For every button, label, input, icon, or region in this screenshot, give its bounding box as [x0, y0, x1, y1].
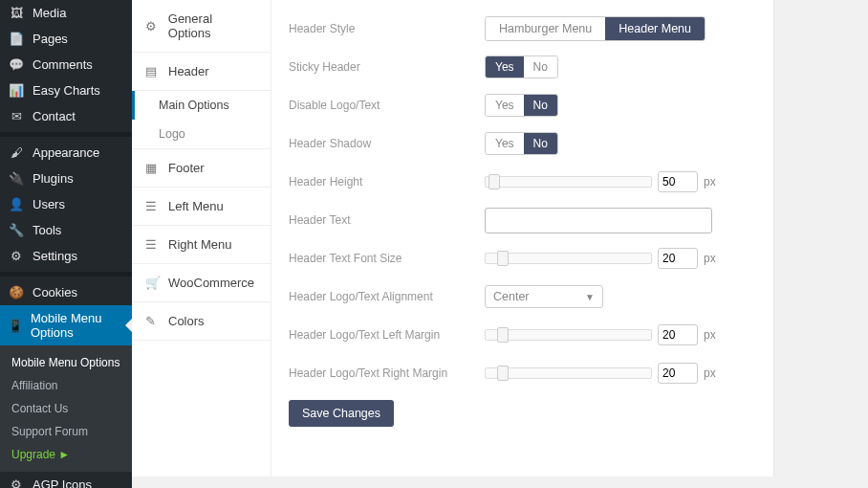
caret-down-icon: ▼	[585, 292, 595, 302]
submenu-head[interactable]: Mobile Menu Options	[0, 351, 132, 374]
plug-icon: 🔌	[8, 171, 25, 186]
field-label: Sticky Header	[289, 60, 485, 74]
opt-yes[interactable]: Yes	[486, 95, 524, 116]
tab-right-menu[interactable]: ☰Right Menu	[132, 226, 271, 264]
sidebar-item-label: Comments	[33, 57, 93, 72]
field-label: Header Height	[289, 175, 485, 189]
unit-label: px	[704, 252, 716, 265]
sidebar-item-users[interactable]: 👤Users	[0, 191, 132, 217]
sidebar-item-tools[interactable]: 🔧Tools	[0, 217, 132, 243]
field-label: Header Logo/Text Alignment	[289, 290, 485, 303]
sidebar-item-label: Settings	[33, 249, 77, 263]
sidebar-item-cookies[interactable]: 🍪Cookies	[0, 279, 132, 305]
slider-thumb[interactable]	[488, 174, 500, 189]
sidebar-item-label: Easy Charts	[33, 83, 100, 98]
sidebar-item-label: Plugins	[33, 171, 74, 186]
slider-thumb[interactable]	[497, 251, 509, 266]
field-label: Disable Logo/Text	[289, 99, 485, 112]
sidebar-separator	[0, 272, 132, 277]
left-margin-slider[interactable]	[485, 327, 652, 343]
font-size-input[interactable]	[658, 248, 698, 269]
menu-icon: ☰	[145, 199, 159, 213]
row-font-size: Header Text Font Size px	[289, 239, 756, 277]
sidebar-item-label: Appearance	[33, 145, 99, 160]
right-margin-slider[interactable]	[485, 366, 652, 381]
sticky-toggle[interactable]: Yes No	[485, 55, 558, 78]
tab-woocommerce[interactable]: 🛒WooCommerce	[132, 264, 271, 302]
tab-general-options[interactable]: ⚙General Options	[132, 0, 271, 53]
tab-header[interactable]: ▤Header	[132, 53, 271, 91]
mobile-icon: 📱	[8, 319, 23, 333]
field-label: Header Shadow	[289, 137, 485, 150]
sidebar-item-agp-icons[interactable]: ⚙AGP Icons	[0, 472, 132, 488]
sidebar-item-settings[interactable]: ⚙Settings	[0, 243, 132, 269]
subtab-main-options[interactable]: Main Options	[132, 91, 271, 120]
height-slider[interactable]	[485, 174, 652, 189]
header-icon: ▤	[145, 64, 159, 78]
row-disable-logo: Disable Logo/Text Yes No	[289, 86, 756, 124]
field-label: Header Text	[289, 213, 485, 227]
sidebar-item-label: Mobile Menu Options	[31, 311, 124, 340]
slider-thumb[interactable]	[497, 366, 509, 381]
sidebar-item-media[interactable]: 🖼Media	[0, 0, 132, 26]
opt-header-menu[interactable]: Header Menu	[605, 17, 705, 40]
opt-yes[interactable]: Yes	[486, 56, 524, 78]
alignment-select[interactable]: Center ▼	[485, 285, 603, 308]
tab-left-menu[interactable]: ☰Left Menu	[132, 188, 271, 226]
header-text-input[interactable]	[485, 208, 712, 233]
sidebar-item-label: Pages	[33, 32, 68, 46]
tab-colors[interactable]: ✎Colors	[132, 302, 271, 341]
sidebar-item-mobile-menu-options[interactable]: 📱Mobile Menu Options	[0, 305, 132, 345]
tab-label: Colors	[168, 314, 205, 328]
options-panel: ⚙General Options ▤Header Main Options Lo…	[132, 0, 774, 477]
save-button[interactable]: Save Changes	[289, 400, 394, 427]
tab-label: Right Menu	[168, 237, 231, 252]
tab-label: Left Menu	[168, 199, 224, 213]
submenu-affiliation[interactable]: Affiliation	[0, 374, 132, 397]
tab-footer[interactable]: ▦Footer	[132, 149, 271, 188]
font-size-slider[interactable]	[485, 251, 652, 266]
gear-icon: ⚙	[145, 19, 159, 33]
user-icon: 👤	[8, 197, 25, 211]
height-input[interactable]	[658, 171, 698, 192]
left-margin-input[interactable]	[658, 324, 698, 345]
right-margin-input[interactable]	[658, 363, 698, 384]
cart-icon: 🛒	[145, 276, 159, 290]
submenu-contact-us[interactable]: Contact Us	[0, 397, 132, 420]
subtab-logo[interactable]: Logo	[132, 120, 271, 148]
tab-label: WooCommerce	[168, 276, 254, 290]
opt-yes[interactable]: Yes	[486, 133, 524, 154]
sidebar-item-appearance[interactable]: 🖌Appearance	[0, 140, 132, 166]
opt-no[interactable]: No	[524, 133, 557, 154]
row-header-height: Header Height px	[289, 163, 756, 201]
opt-hamburger[interactable]: Hamburger Menu	[486, 17, 605, 40]
opt-no[interactable]: No	[524, 95, 557, 116]
row-header-text: Header Text	[289, 201, 756, 239]
page-icon: 📄	[8, 32, 25, 46]
sidebar-item-plugins[interactable]: 🔌Plugins	[0, 166, 132, 191]
sidebar-item-comments[interactable]: 💬Comments	[0, 52, 132, 78]
submenu-upgrade[interactable]: Upgrade ►	[0, 443, 132, 466]
media-icon: 🖼	[8, 6, 25, 20]
gear-icon: ⚙	[8, 249, 25, 263]
menu-icon: ☰	[145, 237, 159, 252]
sidebar-item-label: Contact	[33, 109, 76, 123]
field-label: Header Logo/Text Left Margin	[289, 328, 485, 342]
row-right-margin: Header Logo/Text Right Margin px	[289, 354, 756, 392]
sidebar-item-label: Cookies	[33, 285, 77, 299]
sidebar-item-pages[interactable]: 📄Pages	[0, 26, 132, 52]
footer-icon: ▦	[145, 161, 159, 175]
pencil-icon: ✎	[145, 314, 159, 328]
sidebar-item-contact[interactable]: ✉Contact	[0, 103, 132, 129]
chart-icon: 📊	[8, 83, 25, 98]
shadow-toggle[interactable]: Yes No	[485, 132, 558, 155]
sidebar-item-easy-charts[interactable]: 📊Easy Charts	[0, 78, 132, 103]
submenu-support-forum[interactable]: Support Forum	[0, 420, 132, 443]
opt-no[interactable]: No	[524, 56, 557, 78]
sidebar-item-label: Users	[33, 197, 65, 211]
field-label: Header Logo/Text Right Margin	[289, 366, 485, 380]
disable-logo-toggle[interactable]: Yes No	[485, 94, 558, 117]
header-style-toggle[interactable]: Hamburger Menu Header Menu	[485, 16, 705, 41]
row-left-margin: Header Logo/Text Left Margin px	[289, 316, 756, 354]
slider-thumb[interactable]	[497, 327, 509, 343]
